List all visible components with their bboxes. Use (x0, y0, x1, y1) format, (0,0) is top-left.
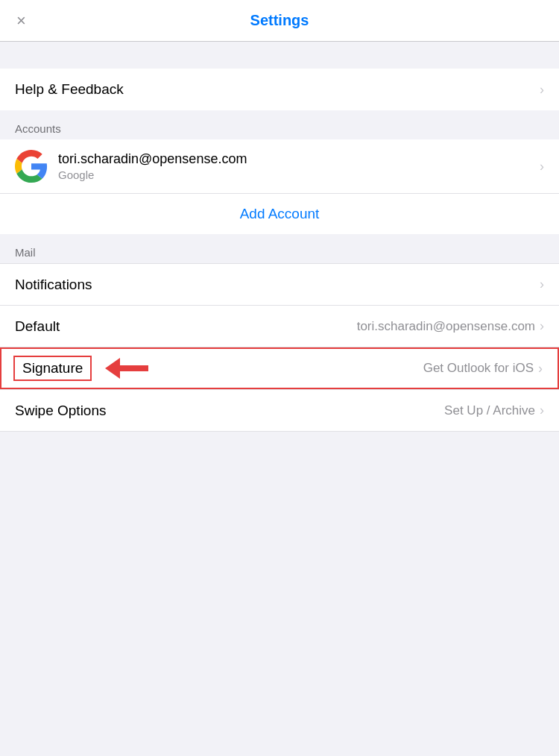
account-provider: Google (58, 168, 540, 181)
add-account-row[interactable]: Add Account (0, 194, 559, 234)
notifications-chevron-icon: › (540, 277, 544, 292)
red-arrow-indicator (99, 358, 148, 379)
swipe-options-right: Set Up / Archive › (444, 403, 544, 418)
swipe-options-row[interactable]: Swipe Options Set Up / Archive › (0, 390, 559, 432)
signature-right: Get Outlook for iOS › (423, 361, 543, 377)
signature-value: Get Outlook for iOS (423, 361, 534, 376)
signature-label-box: Signature (13, 356, 92, 381)
close-button[interactable]: × (16, 13, 26, 29)
signature-row-container: Signature Get Outlook for iOS › (0, 347, 559, 390)
notifications-right: › (540, 277, 544, 292)
help-feedback-row[interactable]: Help & Feedback › (0, 69, 559, 110)
accounts-spacer (0, 110, 559, 116)
account-info: tori.scharadin@opensense.com Google (58, 151, 540, 181)
signature-label: Signature (22, 360, 83, 376)
page-title: Settings (250, 12, 309, 29)
arrow-head-icon (105, 358, 120, 379)
mail-section: Notifications › Default tori.scharadin@o… (0, 263, 559, 432)
account-email: tori.scharadin@opensense.com (58, 151, 540, 167)
default-label: Default (15, 318, 60, 335)
add-account-label: Add Account (240, 206, 320, 222)
default-chevron-icon: › (540, 318, 544, 334)
signature-chevron-icon: › (538, 361, 543, 377)
swipe-options-value: Set Up / Archive (444, 403, 535, 418)
account-row-chevron-icon: › (540, 159, 544, 174)
help-feedback-section: Help & Feedback › (0, 69, 559, 110)
notifications-label: Notifications (15, 277, 92, 293)
account-row[interactable]: tori.scharadin@opensense.com Google › (0, 139, 559, 194)
mail-section-header: Mail (0, 240, 559, 263)
help-feedback-chevron-icon: › (540, 82, 544, 98)
accounts-section-header: Accounts (0, 116, 559, 139)
swipe-options-label: Swipe Options (15, 403, 107, 419)
accounts-section: tori.scharadin@opensense.com Google › Ad… (0, 139, 559, 234)
notifications-row[interactable]: Notifications › (0, 264, 559, 306)
default-value: tori.scharadin@opensense.com (357, 319, 535, 334)
swipe-options-chevron-icon: › (540, 403, 544, 418)
help-feedback-label: Help & Feedback (15, 81, 124, 98)
mail-spacer (0, 234, 559, 240)
settings-header: × Settings (0, 0, 559, 42)
top-spacer (0, 42, 559, 69)
arrow-body-icon (120, 365, 148, 371)
google-icon (15, 150, 48, 183)
default-right: tori.scharadin@opensense.com › (357, 318, 544, 334)
default-row[interactable]: Default tori.scharadin@opensense.com › (0, 306, 559, 347)
signature-row[interactable]: Signature Get Outlook for iOS › (0, 347, 559, 389)
